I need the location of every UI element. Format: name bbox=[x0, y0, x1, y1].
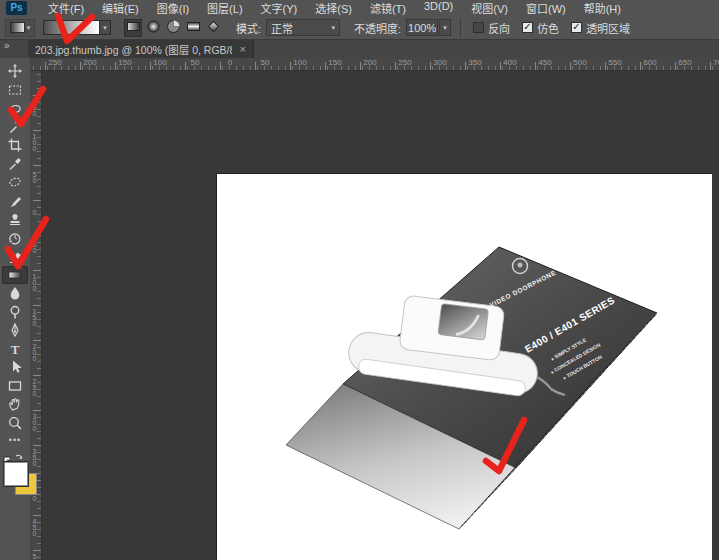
menu-item-3[interactable]: 图层(L) bbox=[198, 0, 251, 16]
menu-item-8[interactable]: 视图(V) bbox=[462, 0, 517, 16]
vruler-label: 100 bbox=[31, 133, 38, 151]
document-tab-bar: » 203.jpg.thumb.jpg @ 100% (图层 0, RGB/8#… bbox=[0, 40, 719, 58]
edit-toolbar-ellipsis-icon[interactable]: ••• bbox=[2, 432, 28, 448]
close-icon[interactable]: × bbox=[240, 43, 246, 55]
blend-mode-value: 正常 bbox=[271, 20, 293, 36]
document-title: 203.jpg.thumb.jpg @ 100% (图层 0, RGB/8#) … bbox=[35, 42, 232, 57]
checkbox-反向[interactable]: 反向 bbox=[473, 20, 510, 36]
lasso-tool[interactable] bbox=[2, 99, 28, 118]
opacity-slider-button[interactable]: ▾ bbox=[439, 19, 451, 36]
blur-icon bbox=[7, 285, 23, 301]
checkbox-label: 反向 bbox=[488, 20, 510, 36]
vruler-label: 50 bbox=[31, 241, 38, 253]
hruler-label: 100 bbox=[153, 58, 166, 67]
hruler-label: 350 bbox=[468, 58, 481, 67]
vruler-label: 450 bbox=[31, 518, 38, 536]
type-tool[interactable]: T bbox=[2, 340, 28, 359]
checkbox-仿色[interactable]: 仿色 bbox=[522, 20, 559, 36]
crop-tool[interactable] bbox=[2, 136, 28, 155]
eyedropper-tool[interactable] bbox=[2, 155, 28, 174]
opacity-input[interactable]: 100% bbox=[406, 19, 438, 36]
menu-item-2[interactable]: 图像(I) bbox=[148, 0, 198, 16]
canvas-pasteboard[interactable]: VIDEO DOORPHONE E400 / E401 SERIES ▸ SIM… bbox=[42, 71, 719, 560]
history-brush-tool[interactable] bbox=[2, 229, 28, 248]
eyedropper-icon bbox=[7, 156, 23, 172]
menu-item-10[interactable]: 帮助(H) bbox=[575, 0, 630, 16]
hand-icon bbox=[7, 396, 23, 412]
radial-gradient-button[interactable] bbox=[144, 19, 162, 37]
type-icon: T bbox=[7, 341, 23, 357]
foreground-color-swatch[interactable] bbox=[4, 462, 28, 486]
clone-stamp-icon bbox=[7, 211, 23, 227]
menu-item-9[interactable]: 窗口(W) bbox=[517, 0, 575, 16]
hand-tool[interactable] bbox=[2, 395, 28, 414]
vruler-label: 500 bbox=[31, 553, 38, 560]
menu-item-0[interactable]: 文件(F) bbox=[39, 0, 93, 16]
eraser-icon bbox=[7, 248, 23, 264]
blur-tool[interactable] bbox=[2, 284, 28, 303]
rectangle-shape-icon bbox=[7, 378, 23, 394]
document-image[interactable]: VIDEO DOORPHONE E400 / E401 SERIES ▸ SIM… bbox=[217, 174, 712, 560]
rectangular-marquee-tool[interactable] bbox=[2, 81, 28, 100]
pen-tool[interactable] bbox=[2, 321, 28, 340]
reflected-gradient-button[interactable] bbox=[184, 19, 202, 37]
tool-preset-picker[interactable]: ▾ bbox=[5, 19, 35, 37]
checkbox-透明区域[interactable]: 透明区域 bbox=[571, 20, 630, 36]
vruler-label: 150 bbox=[31, 308, 38, 326]
vruler-label: 100 bbox=[31, 273, 38, 291]
checkbox-icon[interactable] bbox=[571, 22, 582, 33]
opacity-value: 100% bbox=[408, 22, 436, 34]
menu-item-5[interactable]: 选择(S) bbox=[306, 0, 361, 16]
diamond-gradient-button[interactable] bbox=[204, 19, 222, 37]
spot-healing-brush-tool[interactable] bbox=[2, 173, 28, 192]
zoom-tool[interactable] bbox=[2, 414, 28, 433]
gradient-tool[interactable] bbox=[2, 266, 28, 285]
gradient-preview[interactable] bbox=[43, 20, 100, 35]
document-tab[interactable]: 203.jpg.thumb.jpg @ 100% (图层 0, RGB/8#) … bbox=[28, 40, 254, 58]
svg-text:T: T bbox=[11, 342, 20, 357]
hruler-label: 250 bbox=[398, 58, 411, 67]
checkbox-icon[interactable] bbox=[473, 22, 484, 33]
eraser-tool[interactable] bbox=[2, 247, 28, 266]
move-tool[interactable] bbox=[2, 62, 28, 81]
horizontal-ruler[interactable]: 2502001501005005010015020025030035040045… bbox=[30, 58, 719, 71]
hruler-label: 550 bbox=[608, 58, 621, 67]
tools-panel: T••• bbox=[0, 58, 30, 560]
checkbox-label: 透明区域 bbox=[586, 20, 630, 36]
checkbox-label: 仿色 bbox=[537, 20, 559, 36]
hruler-label: 150 bbox=[118, 58, 131, 67]
hruler-label: 700 bbox=[713, 58, 719, 67]
hruler-label: 250 bbox=[48, 58, 61, 67]
menu-item-7[interactable]: 3D(D) bbox=[415, 0, 462, 16]
hruler-label: 0 bbox=[228, 58, 232, 67]
diamond-gradient-icon bbox=[207, 20, 220, 35]
gradient-picker-button[interactable]: ▾ bbox=[100, 20, 111, 35]
opacity-label: 不透明度: bbox=[354, 20, 401, 36]
collapse-panels-icon[interactable]: » bbox=[4, 40, 8, 51]
move-icon bbox=[7, 63, 23, 79]
vruler-label: 250 bbox=[31, 378, 38, 396]
magic-wand-tool[interactable] bbox=[2, 118, 28, 137]
menu-item-6[interactable]: 滤镜(T) bbox=[361, 0, 415, 16]
angle-gradient-button[interactable] bbox=[164, 19, 182, 37]
menu-item-4[interactable]: 文字(Y) bbox=[252, 0, 307, 16]
dodge-tool[interactable] bbox=[2, 303, 28, 322]
linear-gradient-button[interactable] bbox=[124, 19, 142, 37]
chevron-down-icon: ▾ bbox=[332, 24, 336, 31]
vruler-label: 200 bbox=[31, 343, 38, 361]
hruler-label: 200 bbox=[83, 58, 96, 67]
dodge-icon bbox=[7, 304, 23, 320]
brush-tool[interactable] bbox=[2, 192, 28, 211]
history-brush-icon bbox=[7, 230, 23, 246]
hruler-label: 450 bbox=[538, 58, 551, 67]
path-selection-tool[interactable] bbox=[2, 358, 28, 377]
rectangle-shape-tool[interactable] bbox=[2, 377, 28, 396]
vruler-label: 0 bbox=[31, 209, 38, 215]
chevron-down-icon: ▾ bbox=[443, 24, 447, 31]
magic-wand-icon bbox=[7, 119, 23, 135]
checkbox-icon[interactable] bbox=[522, 22, 533, 33]
clone-stamp-tool[interactable] bbox=[2, 210, 28, 229]
blend-mode-select[interactable]: 正常 ▾ bbox=[266, 19, 340, 36]
hruler-label: 50 bbox=[261, 58, 270, 67]
menu-item-1[interactable]: 编辑(E) bbox=[93, 0, 148, 16]
